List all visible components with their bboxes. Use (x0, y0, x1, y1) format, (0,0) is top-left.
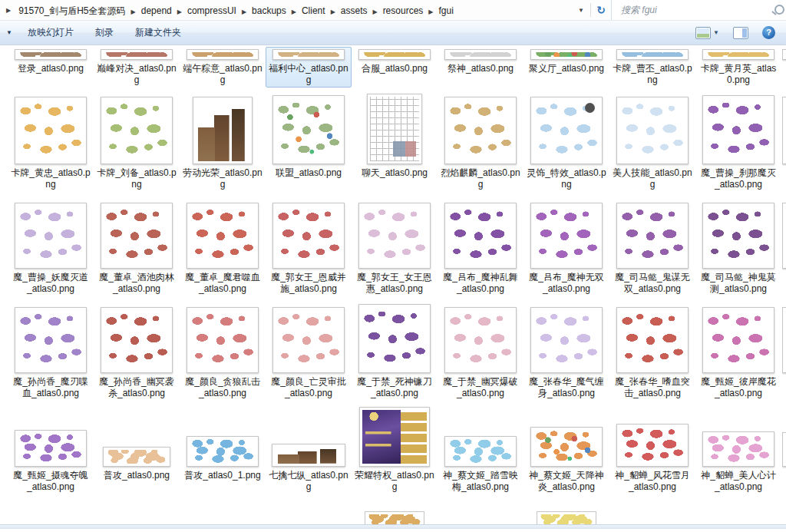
file-item[interactable]: 卡牌_曹丕_atlas0.png (609, 47, 695, 88)
file-item[interactable]: 魔_甄姬_彼岸魔花_atlas0.png (695, 300, 781, 401)
file-item[interactable]: 联盟_atlas0.png (266, 91, 352, 192)
file-thumbnail (782, 203, 786, 269)
file-item[interactable]: 神_貂蝉_美人心计_atlas0.png (695, 405, 781, 494)
file-name: 魔_甄姬_摄魂夺魄_atlas0.png (9, 470, 92, 494)
search-box[interactable]: 搜索 fgui (611, 0, 786, 20)
preview-pane-button[interactable] (730, 25, 751, 41)
refresh-button[interactable]: ↻ (591, 4, 611, 16)
file-thumbnail (272, 203, 345, 269)
file-thumbnail (530, 427, 603, 467)
breadcrumb-item[interactable]: resources (380, 4, 427, 18)
file-item[interactable]: 聊天_atlas0.png (352, 91, 438, 192)
file-name: 魔_郭女王_女王恩惠_atlas0.png (353, 272, 436, 296)
toolbar-button[interactable]: 刻录 (88, 22, 121, 43)
file-item[interactable]: 魔_张春华_嗜血突击_atlas0.png (609, 300, 695, 401)
file-item[interactable]: 神_貂蝉_风花雪月_atlas0.png (609, 405, 695, 494)
file-item[interactable]: 烈焰麒麟_atlas0.png (438, 91, 523, 192)
file-item[interactable]: 魔_颜良_贪狼乱击_atlas0.png (180, 300, 266, 401)
breadcrumb-separator-icon: ▶ (131, 8, 136, 15)
file-thumbnail (616, 97, 689, 164)
file-name: 魔_张春华_嗜血突击_atlas0.png (611, 376, 694, 400)
file-item[interactable]: 魔_曹操_妖魔灭道_atlas0.png (8, 196, 94, 296)
file-item[interactable]: 普攻_atlas0_1.png (180, 405, 266, 494)
file-item[interactable]: 魔_孙尚香_幽冥袭杀_atlas0.png (94, 300, 180, 401)
file-item[interactable]: 魔_吕布_魔神乱舞_atlas0.png (438, 196, 523, 296)
file-item[interactable]: 聚义厅_atlas0.png (523, 47, 609, 88)
command-toolbar: ▼ 放映幻灯片刻录新建文件夹 ▼ ? (0, 21, 786, 45)
file-thumbnail (187, 436, 259, 467)
file-item[interactable]: 劳动光荣_atlas0.png (180, 91, 266, 192)
file-item[interactable] (781, 91, 786, 192)
file-item[interactable]: 魔_颜良_亡灵审批_atlas0.png (266, 300, 352, 401)
file-item[interactable]: 卡牌_黄月英_atlas0.png (695, 47, 781, 88)
file-item[interactable]: 灵饰_特效_atlas0.png (523, 91, 609, 192)
file-item[interactable]: 美人技能_atlas0.png (609, 91, 695, 192)
file-item[interactable]: 魔_于禁_死神镰刀_atlas0.png (352, 300, 438, 401)
file-item[interactable]: 七擒七纵_atlas0.png (266, 405, 352, 494)
file-item[interactable]: 魔_董卓_魔君噬血_atlas0.png (180, 196, 266, 296)
file-thumbnail (15, 49, 87, 60)
breadcrumb-item[interactable]: backups (249, 4, 289, 18)
file-item[interactable]: 巅峰对决_atlas0.png (94, 47, 180, 88)
breadcrumb-item[interactable]: Client (299, 4, 329, 18)
file-item[interactable]: 魔_甄姬_摄魂夺魄_atlas0.png (8, 405, 94, 494)
file-item[interactable] (781, 300, 786, 401)
file-name: 端午粽意_atlas0.png (181, 63, 264, 87)
file-item[interactable]: 福利中心_atlas0.png (266, 47, 352, 88)
file-name: 福利中心_atlas0.png (267, 63, 350, 87)
file-name: 魔_吕布_魔神乱舞_atlas0.png (439, 272, 522, 296)
file-item[interactable]: 端午粽意_atlas0.png (180, 47, 266, 88)
help-button[interactable]: ? (759, 24, 778, 41)
file-name: 魔_张春华_魔气缠身_atlas0.png (525, 376, 608, 400)
search-icon[interactable] (774, 5, 784, 15)
breadcrumb-item[interactable]: depend (138, 4, 175, 18)
file-item[interactable]: 神_蔡文姬_踏雪映梅_atlas0.png (438, 405, 523, 494)
file-item[interactable]: 魔_吕布_魔神无双_atlas0.png (523, 196, 609, 296)
file-item[interactable]: 神_蔡文姬_天降神炎_atlas0.png (523, 405, 609, 494)
views-icon (695, 27, 711, 39)
file-thumbnail (15, 430, 87, 467)
breadcrumb-item[interactable]: compressUI (184, 4, 239, 18)
file-name: 荣耀特权_atlas0.png (353, 470, 436, 494)
file-item[interactable]: 荣耀特权_atlas0.png (352, 405, 438, 494)
file-item[interactable]: 登录_atlas0.png (8, 47, 94, 88)
change-view-button[interactable]: ▼ (692, 25, 722, 41)
file-thumbnail (616, 49, 689, 60)
file-item[interactable] (781, 47, 786, 88)
file-name: 卡牌_曹丕_atlas0.png (611, 63, 694, 87)
breadcrumb-item[interactable]: fgui (435, 4, 456, 18)
file-item[interactable]: 魔_司马懿_神鬼莫测_atlas0.png (695, 196, 781, 296)
breadcrumb-item[interactable]: assets (338, 4, 371, 18)
file-item[interactable]: 祭神_atlas0.png (438, 47, 523, 88)
file-item[interactable]: 魔_郭女王_恩威并施_atlas0.png (266, 196, 352, 296)
address-dropdown-icon[interactable]: ▼ (572, 7, 590, 14)
file-name: 合服_atlas0.png (360, 63, 429, 75)
file-item[interactable] (781, 196, 786, 296)
file-item[interactable]: 魔_司马懿_鬼谋无双_atlas0.png (609, 196, 695, 296)
toolbar-button[interactable]: 新建文件夹 (127, 22, 189, 43)
file-name: 魔_于禁_死神镰刀_atlas0.png (353, 376, 436, 400)
file-item[interactable]: 魔_董卓_酒池肉林_atlas0.png (94, 196, 180, 296)
toolbar-button[interactable]: 放映幻灯片 (20, 22, 81, 43)
file-name: 普攻_atlas0_1.png (183, 470, 262, 482)
breadcrumb-lead-icon: ▶ (6, 7, 11, 14)
file-thumbnail (616, 424, 689, 467)
file-item[interactable]: 卡牌_黄忠_atlas0.png (8, 91, 94, 192)
file-item[interactable]: 合服_atlas0.png (352, 47, 438, 88)
file-thumbnail (782, 97, 786, 164)
file-item[interactable]: 魔_郭女王_女王恩惠_atlas0.png (352, 196, 438, 296)
file-item[interactable]: 普攻_atlas0.png (94, 405, 180, 494)
file-name: 魔_曹操_妖魔灭道_atlas0.png (9, 272, 92, 296)
file-item[interactable]: 魔_张春华_魔气缠身_atlas0.png (523, 300, 609, 401)
file-thumbnail (530, 203, 603, 269)
file-item[interactable] (781, 405, 786, 494)
file-name: 魔_颜良_贪狼乱击_atlas0.png (181, 376, 264, 400)
breadcrumb-item[interactable]: 91570_剑与盾H5全套源码 (15, 4, 128, 18)
toolbar-overflow-icon[interactable]: ▼ (0, 29, 20, 36)
file-item[interactable]: 魔_孙尚香_魔刃喋血_atlas0.png (8, 300, 94, 401)
file-item[interactable]: 魔_曹操_刹那魔灭_atlas0.png (695, 91, 781, 192)
file-item[interactable]: 魔_于禁_幽冥爆破_atlas0.png (438, 300, 523, 401)
file-item[interactable]: 卡牌_刘备_atlas0.png (94, 91, 180, 192)
file-thumbnail (702, 95, 774, 164)
file-thumbnail (187, 307, 259, 373)
